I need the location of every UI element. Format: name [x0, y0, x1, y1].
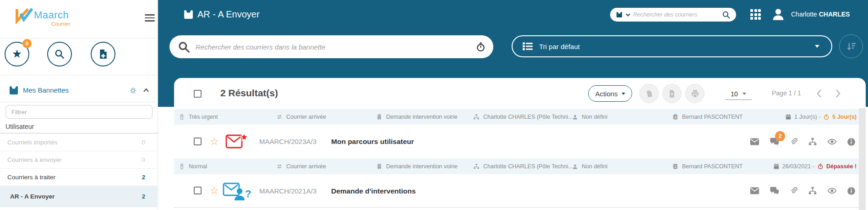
- sidebar-item-count: 0: [142, 151, 145, 169]
- sitemap-icon: [473, 114, 480, 120]
- list-icon: [523, 42, 533, 50]
- sort-label: Tri par défaut: [539, 43, 808, 50]
- diffusion-sitemap-icon[interactable]: [808, 186, 817, 195]
- notes-icon[interactable]: 2: [770, 137, 780, 146]
- sort-select[interactable]: Tri par défaut: [512, 35, 832, 57]
- main-area: AR - A Envoyer Charlotte CHARLES: [158, 0, 868, 210]
- panel-title: Mes Bannettes: [23, 81, 69, 100]
- actions-button[interactable]: Actions: [588, 85, 632, 102]
- scrollbar[interactable]: [859, 108, 866, 210]
- sidebar-item-label: Courriers à envoyer: [7, 156, 62, 163]
- global-search-bar: [610, 8, 736, 22]
- calendar-icon: [785, 114, 792, 120]
- priority-icon: [179, 163, 185, 170]
- basket-search-bar: [169, 35, 493, 58]
- notes-icon[interactable]: [770, 186, 780, 195]
- sidebar-item-courriers-a-envoyer[interactable]: Courriers à envoyer 0: [0, 151, 158, 169]
- row-checkbox[interactable]: [194, 187, 202, 194]
- settings-gear-icon[interactable]: [129, 87, 137, 94]
- priority-field: Très urgent: [179, 109, 218, 125]
- basket-search-input[interactable]: [196, 43, 470, 51]
- send-mail-icon[interactable]: [750, 138, 759, 146]
- favorites-badge: 0: [22, 39, 32, 48]
- user-name: Charlotte CHARLES: [791, 11, 850, 18]
- download-button-disabled[interactable]: [662, 84, 682, 103]
- bannettes-panel-header: Mes Bannettes: [0, 81, 158, 100]
- search-icon: [178, 41, 190, 53]
- attachments-icon[interactable]: [790, 186, 798, 195]
- sidebar-item-count: 2: [142, 186, 145, 207]
- maarch-logo-icon: [15, 7, 33, 24]
- mail-row[interactable]: ☆ MAARCH/2023A/3 Mon parcours utilisateu…: [174, 125, 866, 159]
- svg-text:?: ?: [245, 188, 251, 199]
- filter-input[interactable]: [5, 105, 153, 119]
- preview-eye-icon[interactable]: [827, 138, 837, 146]
- avatar-icon: [771, 7, 786, 22]
- export-button-disabled[interactable]: [639, 84, 659, 103]
- brand-name: Maarch: [34, 9, 69, 21]
- deadline-field: 26/03/2021 - Dépassée !: [773, 159, 857, 174]
- collapse-chevron-icon[interactable]: [143, 88, 149, 93]
- sort-amount-down-icon: [846, 42, 857, 51]
- sidebar-item-count: 2: [142, 169, 145, 186]
- basket-group-label: Utilisateur: [0, 121, 158, 133]
- attachments-icon[interactable]: [790, 137, 798, 146]
- preview-eye-icon[interactable]: [827, 187, 837, 195]
- status-field: Non défini: [572, 159, 607, 174]
- print-button-disabled[interactable]: [685, 84, 704, 103]
- apps-grid-icon[interactable]: [750, 9, 761, 20]
- diffusion-sitemap-icon[interactable]: [808, 137, 817, 146]
- deadline-alert: Dépassée !: [826, 163, 857, 170]
- global-search-input[interactable]: [633, 11, 719, 18]
- mail-reference: MAARCH/2023A/3: [259, 125, 317, 159]
- caret-down-icon: [815, 45, 819, 48]
- user-menu[interactable]: Charlotte CHARLES: [771, 0, 850, 28]
- info-icon[interactable]: [847, 187, 856, 195]
- search-history-stopwatch-icon[interactable]: [475, 42, 486, 52]
- sidebar-item-ar-a-envoyer[interactable]: AR - A Envoyer 2: [0, 186, 158, 207]
- product-name: Courrier: [51, 21, 71, 27]
- entity-field: Charlotte CHARLES (Pôle Techni...: [473, 159, 573, 174]
- chevron-down-icon[interactable]: [626, 13, 630, 17]
- sidebar-item-label: Courriels importés: [7, 139, 58, 146]
- page-title: AR - A Envoyer: [197, 0, 260, 28]
- menu-toggle-icon[interactable]: [145, 14, 155, 23]
- category-field: Courrier arrivée: [276, 159, 326, 174]
- sidebar-item-courriers-a-traiter[interactable]: Courriers à traiter 2: [0, 169, 158, 186]
- search-icon[interactable]: [722, 11, 731, 19]
- mail-subject[interactable]: Mon parcours utilisateur: [331, 125, 414, 159]
- mail-row[interactable]: ☆ ? MAARCH/2021A/3 Demande d'interventio…: [174, 174, 866, 208]
- address-book-icon: [672, 163, 678, 170]
- building-icon: [376, 114, 382, 120]
- page-size-select[interactable]: 10: [725, 88, 752, 100]
- row-checkbox[interactable]: [194, 138, 202, 145]
- address-book-icon: [672, 114, 678, 120]
- info-icon[interactable]: [847, 138, 856, 146]
- bannette-scope-icon[interactable]: [616, 11, 623, 18]
- add-document-button[interactable]: [91, 42, 115, 66]
- divider: [0, 38, 158, 39]
- calendar-icon: [773, 163, 780, 170]
- swap-arrows-icon: [276, 114, 283, 120]
- results-toolbar: 2 Résultat(s) Actions: [174, 78, 866, 109]
- favorite-star-icon[interactable]: ☆: [210, 186, 219, 196]
- sitemap-icon: [473, 163, 480, 170]
- search-button[interactable]: [47, 42, 72, 66]
- sort-direction-button-disabled[interactable]: [839, 34, 863, 58]
- next-page-icon[interactable]: [835, 89, 841, 98]
- sidebar-item-courriels-importes[interactable]: Courriels importés 0: [0, 134, 158, 151]
- favorite-star-icon[interactable]: ☆: [210, 137, 219, 147]
- scroll-icon: [644, 89, 654, 99]
- basket-icon: [183, 9, 194, 20]
- mail-subject[interactable]: Demande d'interventions: [331, 174, 416, 208]
- recipient-field: Bernard PASCONTENT: [672, 109, 742, 125]
- mail-meta-row: Très urgent Courrier arrivée Demande int…: [174, 109, 866, 125]
- recipient-field: Bernard PASCONTENT: [672, 159, 742, 174]
- select-all-checkbox[interactable]: [194, 90, 202, 98]
- divider: [0, 75, 158, 75]
- file-download-icon: [667, 89, 677, 99]
- star-icon: ★: [12, 48, 22, 60]
- previous-page-icon[interactable]: [816, 89, 822, 98]
- priority-field: Normal: [179, 159, 207, 174]
- send-mail-icon[interactable]: [750, 187, 759, 195]
